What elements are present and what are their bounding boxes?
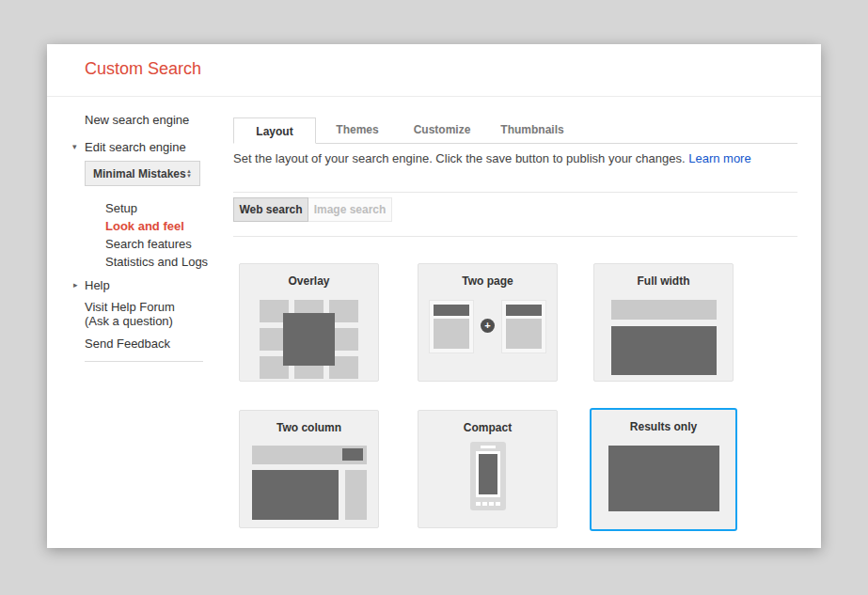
web-search-button[interactable]: Web search (233, 197, 308, 222)
engine-selector-value: Minimal Mistakes (93, 167, 186, 180)
layout-option-two-page[interactable]: Two page + (418, 263, 558, 382)
layout-option-title: Results only (592, 420, 735, 433)
mini-page (501, 300, 546, 353)
compact-phone-thumbnail (470, 442, 506, 510)
page-title: Custom Search (85, 59, 201, 79)
sidebar-divider (85, 361, 203, 362)
overlay-center-block (283, 313, 335, 366)
tab-bar: Layout Themes Customize Thumbnails (233, 117, 797, 144)
tab-layout[interactable]: Layout (233, 117, 316, 144)
plus-icon: + (481, 319, 495, 333)
learn-more-link[interactable]: Learn more (688, 151, 750, 165)
triangle-down-icon[interactable]: ▾ (72, 142, 77, 151)
search-bar-block (252, 446, 367, 464)
layout-option-overlay[interactable]: Overlay (239, 263, 379, 382)
mini-page (429, 300, 474, 353)
results-only-layout-thumbnail (608, 446, 719, 511)
sidebar-item-statistics-and-logs[interactable]: Statistics and Logs (105, 255, 208, 269)
layout-option-two-column[interactable]: Two column (239, 410, 379, 528)
layout-option-title: Compact (418, 421, 557, 434)
two-page-layout-thumbnail: + (418, 300, 557, 353)
sidebar-item-help[interactable]: Help (85, 278, 110, 292)
tab-customize[interactable]: Customize (399, 117, 485, 143)
description-text: Set the layout of your search engine. Cl… (233, 151, 686, 165)
sidebar-block (345, 470, 367, 520)
divider (233, 192, 797, 193)
app-panel: Custom Search New search engine ▾ Edit s… (47, 44, 821, 548)
phone-buttons (476, 502, 500, 506)
sidebar-item-ask-question[interactable]: (Ask a question) (85, 314, 173, 328)
engine-selector[interactable]: Minimal Mistakes ▲ ▼ (85, 161, 200, 186)
triangle-right-icon[interactable]: ▸ (73, 280, 78, 290)
updown-arrows-icon: ▲ ▼ (186, 169, 192, 179)
main-content: Layout Themes Customize Thumbnails Set t… (233, 44, 797, 548)
search-bar-block (611, 300, 717, 320)
phone-speaker (481, 446, 496, 448)
layout-option-full-width[interactable]: Full width (593, 263, 734, 382)
results-block (252, 470, 339, 520)
layout-option-results-only[interactable]: Results only (590, 408, 737, 531)
results-block (479, 454, 497, 494)
sidebar-item-new-search-engine[interactable]: New search engine (85, 113, 189, 127)
layout-option-title: Two page (418, 274, 557, 288)
sidebar-item-search-features[interactable]: Search features (105, 237, 192, 251)
sidebar-item-send-feedback[interactable]: Send Feedback (85, 337, 170, 351)
layout-option-title: Overlay (240, 274, 378, 288)
search-type-toggle: Web search Image search (233, 197, 392, 222)
tab-thumbnails[interactable]: Thumbnails (485, 117, 579, 143)
sidebar-item-look-and-feel[interactable]: Look and feel (105, 219, 184, 233)
two-column-layout-thumbnail (252, 446, 367, 520)
full-width-layout-thumbnail (611, 300, 717, 375)
sidebar-item-help-forum[interactable]: Visit Help Forum (85, 300, 175, 314)
layout-option-title: Two column (240, 421, 378, 434)
layout-description: Set the layout of your search engine. Cl… (233, 151, 751, 165)
sidebar-item-edit-search-engine[interactable]: Edit search engine (85, 140, 186, 154)
phone-screen (476, 451, 500, 497)
divider (233, 236, 797, 237)
overlay-layout-thumbnail (260, 300, 358, 379)
results-block (611, 326, 717, 375)
sidebar-item-setup[interactable]: Setup (105, 201, 137, 215)
image-search-button[interactable]: Image search (308, 197, 392, 222)
layout-option-compact[interactable]: Compact (418, 410, 558, 528)
tab-themes[interactable]: Themes (316, 117, 399, 143)
layout-option-title: Full width (594, 274, 733, 288)
